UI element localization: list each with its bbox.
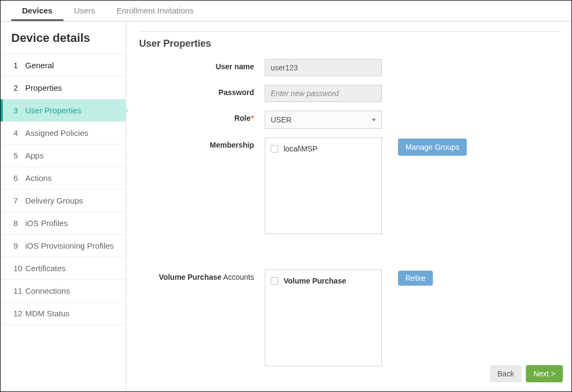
main-panel: User Properties User name Password Role*… (126, 21, 571, 391)
sidebar-item-user-properties[interactable]: 3 User Properties (1, 99, 126, 122)
label-password: Password (139, 85, 265, 97)
sidebar-item-connections[interactable]: 11 Connections (1, 280, 126, 302)
sidebar-item-mdm-status[interactable]: 12 MDM Status (1, 302, 126, 325)
sidebar-item-label: Assigned Policies (25, 128, 89, 137)
sidebar-item-label: General (25, 61, 54, 70)
sidebar-item-ios-provisioning-profiles[interactable]: 9 iOS Provisioning Profiles (1, 235, 126, 257)
sidebar-item-apps[interactable]: 5 Apps (1, 144, 126, 167)
sidebar-item-num: 2 (13, 83, 25, 92)
sidebar-item-label: Apps (25, 151, 44, 160)
sidebar-item-label: Connections (25, 286, 70, 295)
sidebar-item-label: Delivery Groups (25, 196, 83, 205)
label-membership: Membership (139, 137, 265, 149)
sidebar-item-num: 5 (13, 151, 25, 160)
sidebar-item-num: 8 (13, 219, 25, 228)
sidebar-item-label: Properties (25, 83, 62, 92)
sidebar: Device details 1 General 2 Properties 3 … (1, 21, 126, 391)
sidebar-item-properties[interactable]: 2 Properties (1, 77, 126, 99)
back-button[interactable]: Back (490, 365, 522, 382)
sidebar-item-label: iOS Provisioning Profiles (25, 241, 114, 250)
sidebar-item-delivery-groups[interactable]: 7 Delivery Groups (1, 190, 126, 212)
sidebar-item-num: 9 (13, 241, 25, 250)
membership-item-label: local\MSP (284, 144, 317, 153)
password-input[interactable] (265, 85, 382, 102)
checkbox-icon[interactable] (271, 277, 278, 285)
label-volume-purchase: Volume Purchase Accounts (139, 270, 265, 281)
sidebar-item-num: 4 (13, 128, 25, 137)
sidebar-item-num: 10 (13, 264, 25, 273)
sidebar-item-num: 11 (13, 286, 25, 295)
row-role: Role* USER (139, 111, 561, 129)
sidebar-title: Device details (1, 21, 126, 54)
divider (139, 31, 561, 32)
role-select[interactable]: USER (265, 111, 382, 129)
chevron-down-icon (372, 119, 376, 121)
sidebar-item-num: 12 (13, 309, 25, 318)
volume-purchase-item[interactable]: Volume Purchase (271, 277, 376, 285)
tab-users[interactable]: Users (63, 1, 106, 21)
membership-item[interactable]: local\MSP (271, 144, 376, 153)
label-username: User name (139, 59, 265, 71)
content-row: Device details 1 General 2 Properties 3 … (1, 21, 571, 391)
sidebar-item-num: 1 (13, 61, 25, 70)
footer-buttons: Back Next > (490, 365, 563, 382)
volume-purchase-item-label: Volume Purchase (284, 277, 346, 285)
sidebar-item-label: MDM Status (25, 309, 70, 318)
row-password: Password (139, 85, 561, 102)
next-button[interactable]: Next > (526, 365, 563, 382)
sidebar-item-certificates[interactable]: 10 Certificates (1, 257, 126, 280)
app-frame: Devices Users Enrollment Invitations Dev… (0, 0, 572, 392)
sidebar-item-label: Certificates (25, 264, 66, 273)
tab-devices[interactable]: Devices (11, 1, 63, 21)
volume-purchase-listbox[interactable]: Volume Purchase (265, 270, 382, 366)
top-tabs: Devices Users Enrollment Invitations (1, 1, 571, 21)
section-title: User Properties (139, 38, 561, 49)
role-select-value: USER (271, 115, 292, 124)
checkbox-icon[interactable] (271, 145, 278, 153)
sidebar-item-num: 3 (13, 106, 25, 115)
row-volume-purchase: Volume Purchase Accounts Volume Purchase… (139, 270, 561, 366)
sidebar-item-ios-profiles[interactable]: 8 iOS Profiles (1, 212, 126, 235)
row-membership: Membership local\MSP Manage Groups (139, 137, 561, 234)
sidebar-item-general[interactable]: 1 General (1, 54, 126, 77)
sidebar-item-assigned-policies[interactable]: 4 Assigned Policies (1, 122, 126, 144)
tab-enrollment-invitations[interactable]: Enrollment Invitations (106, 1, 204, 21)
label-role: Role* (139, 111, 265, 122)
sidebar-item-label: iOS Profiles (25, 219, 68, 228)
sidebar-item-actions[interactable]: 6 Actions (1, 167, 126, 190)
membership-listbox[interactable]: local\MSP (265, 137, 382, 234)
sidebar-item-label: Actions (25, 173, 52, 183)
retire-button[interactable]: Retire (398, 271, 433, 286)
sidebar-item-label: User Properties (25, 106, 81, 115)
sidebar-item-num: 7 (13, 196, 25, 205)
row-username: User name (139, 59, 561, 76)
sidebar-item-num: 6 (13, 173, 25, 183)
manage-groups-button[interactable]: Manage Groups (398, 139, 467, 156)
username-input[interactable] (265, 59, 382, 76)
